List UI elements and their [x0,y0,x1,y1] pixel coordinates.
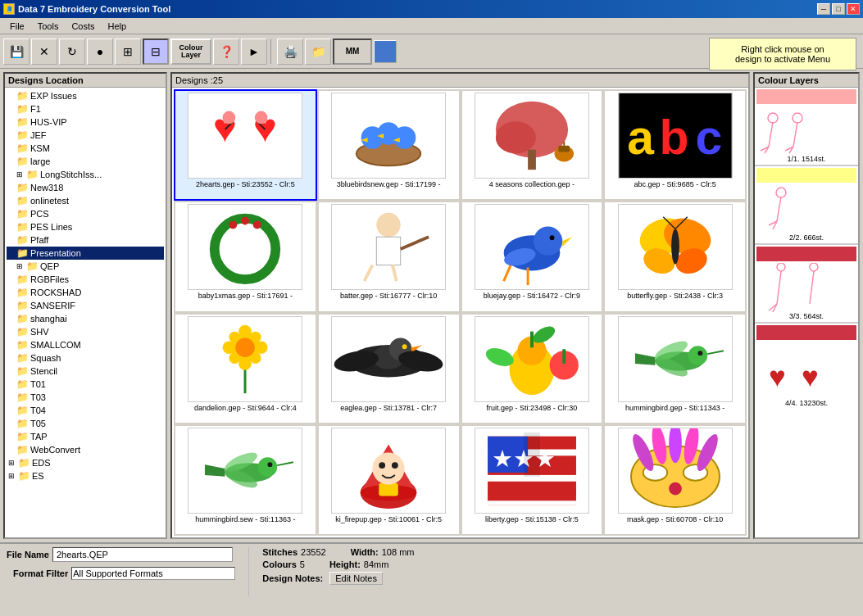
tree-item-rgbfiles[interactable]: 📁 RGBFiles [7,273,164,286]
tree-item-pcs[interactable]: 📁 PCS [7,207,164,220]
folder-icon: 📁 [16,195,29,206]
folder-icon: 📁 [16,352,29,364]
tree-item-t04[interactable]: 📁 T04 [7,404,164,417]
dot-button[interactable]: ● [87,38,113,65]
maximize-button[interactable]: □ [832,3,845,15]
tree-item-t05[interactable]: 📁 T05 [7,417,164,430]
design-item-mask[interactable]: mask.gep - Sti:60708 - Clr:10 [603,424,747,536]
designs-grid[interactable]: ♥ ♥ 2hearts.gep - Sti:23552 - Clr:5 [172,88,748,537]
minimize-button[interactable]: ─ [817,3,830,15]
layer-item-1[interactable]: 1/1. 1514st. [755,88,858,166]
design-item-eaglea[interactable]: eaglea.gep - Sti:13781 - Clr:7 [317,313,461,424]
design-item-butterfly[interactable]: butterfly.gep - Sti:2438 - Clr:3 [603,201,747,312]
layer-label-4: 4/4. 13230st. [756,399,856,407]
large-grid-button[interactable]: ⊟ [143,38,169,65]
help-button[interactable]: ❓ [213,38,239,65]
tree-item-stencil[interactable]: 📁 Stencil [7,365,164,378]
tree-item-webconvert[interactable]: 📁 WebConvert [7,443,164,456]
tree-item-shanghai[interactable]: 📁 shanghai [7,312,164,325]
design-item-hummingbird1[interactable]: hummingbird.gep - Sti:11343 - [603,313,747,424]
menu-file[interactable]: File [3,20,31,33]
svg-text:♥: ♥ [769,360,786,392]
design-item-hummingbird-sew[interactable]: hummingbird.sew - Sti:11363 - [174,424,317,536]
tree-item-pfaff[interactable]: 📁 Pfaff [7,233,164,247]
menu-help[interactable]: Help [102,20,134,33]
design-item-4seasons[interactable]: 4 seasons collection.gep - [461,89,604,201]
design-label: bluejay.gep - Sti:16472 - Clr:9 [484,292,580,300]
design-item-bluejay[interactable]: bluejay.gep - Sti:16472 - Clr:9 [461,201,604,312]
format-filter-select[interactable]: All Supported Formats QEP GEP SEW PES JE… [71,567,235,580]
expander-icon: ⊞ [16,170,25,179]
save-button[interactable]: 💾 [3,38,30,65]
file-name-input[interactable] [52,547,233,562]
design-item-3bluebirds[interactable]: 3bluebirdsnew.gep - Sti:17199 - [317,89,461,201]
tree-item-presentation[interactable]: 📁 Presentation [7,247,164,260]
tree-label: PCS [30,209,49,219]
tree-item-longstitch[interactable]: ⊞ 📁 LongStitchIss... [7,168,164,181]
tree-item-new318[interactable]: 📁 New318 [7,181,164,194]
tree-item-t03[interactable]: 📁 T03 [7,391,164,404]
svg-point-87 [697,351,702,356]
tree-item-es[interactable]: ⊞ 📁 ES [7,469,164,482]
menu-tools[interactable]: Tools [31,20,66,33]
design-item-firepup[interactable]: ki_firepup.gep - Sti:10061 - Clr:5 [317,424,461,536]
layer-color-bar-2 [756,168,856,183]
tree-container[interactable]: 📁 EXP Issues 📁 F1 📁 HUS-VIP 📁 JEF 📁 KSM … [5,88,166,537]
layer-color-bar-4 [756,325,856,340]
tree-label: WebConvert [30,445,80,455]
tree-item-exp-issues[interactable]: 📁 EXP Issues [7,89,164,102]
tree-item-ksm[interactable]: 📁 KSM [7,142,164,155]
tree-item-t01[interactable]: 📁 T01 [7,378,164,391]
design-item-2hearts[interactable]: ♥ ♥ 2hearts.gep - Sti:23552 - Clr:5 [174,89,317,201]
close-file-button[interactable]: ✕ [31,38,57,65]
svg-point-28 [225,229,266,270]
tree-item-large[interactable]: 📁 large [7,155,164,168]
blue-square-button[interactable] [374,40,397,63]
design-item-abc[interactable]: a b c abc.gep - Sti:9685 - Clr:5 [603,89,747,201]
design-item-batter[interactable]: batter.gep - Sti:16777 - Clr:10 [317,201,461,312]
tree-item-f1[interactable]: 📁 F1 [7,102,164,116]
convert-button[interactable]: 📁 [305,38,331,65]
left-panel: Designs Location 📁 EXP Issues 📁 F1 📁 HUS… [3,72,167,539]
design-thumbnail [475,93,589,179]
svg-point-104 [373,452,405,484]
print-button[interactable]: 🖨️ [277,38,303,65]
tree-item-rockshad[interactable]: 📁 ROCKSHAD [7,286,164,299]
design-item-fruit[interactable]: fruit.gep - Sti:23498 - Clr:30 [461,313,604,424]
tree-item-hus-vip[interactable]: 📁 HUS-VIP [7,116,164,129]
tree-item-shv[interactable]: 📁 SHV [7,325,164,338]
tree-item-onlinetest[interactable]: 📁 onlinetest [7,194,164,207]
refresh-button[interactable]: ↻ [59,38,85,65]
small-grid-button[interactable]: ⊞ [115,38,141,65]
svg-text:c: c [695,111,722,164]
tree-item-smallcom[interactable]: 📁 SMALLCOM [7,338,164,351]
tree-item-sanserif[interactable]: 📁 SANSERIF [7,299,164,312]
titlebar-left: 🧵 Data 7 Embroidery Conversion Tool [3,3,170,15]
layer-item-2[interactable]: 2/2. 666st. [755,166,858,245]
tree-item-eds[interactable]: ⊞ 📁 EDS [7,456,164,469]
tree-label: Pfaff [30,235,48,245]
close-button[interactable]: ✕ [847,3,860,15]
layer-item-3[interactable]: 3/3. 564st. [755,245,858,324]
svg-point-6 [255,111,268,125]
design-item-liberty[interactable]: ★★★ liberty.gep - Sti:15138 - Clr:5 [461,424,604,536]
width-value: 108 mm [382,547,415,557]
colour-layer-button[interactable]: Colour Layer [170,38,211,65]
colours-value: 5 [300,559,305,569]
tree-item-squash[interactable]: 📁 Squash [7,351,164,365]
design-thumbnail: a b c [618,93,733,179]
svg-rect-78 [530,331,534,347]
menu-costs[interactable]: Costs [65,20,101,33]
layer-item-4[interactable]: ♥ ♥ 4/4. 13230st. [755,324,858,409]
tree-label: F1 [30,104,41,114]
tree-item-tap[interactable]: 📁 TAP [7,430,164,443]
edit-notes-button[interactable]: Edit Notes [329,572,383,585]
layers-container[interactable]: 1/1. 1514st. 2/2. 666st. [755,88,858,537]
titlebar: 🧵 Data 7 Embroidery Conversion Tool ─ □ … [0,0,863,18]
design-item-baby1xmas[interactable]: baby1xmas.gep - Sti:17691 - [174,201,317,312]
arrow-button[interactable]: ► [241,38,267,65]
design-item-dandelion[interactable]: dandelion.gep - Sti:9644 - Clr:4 [174,313,317,424]
tree-item-qep[interactable]: ⊞ 📁 QEP [7,260,164,273]
tree-item-pes-lines[interactable]: 📁 PES Lines [7,220,164,233]
tree-item-jef[interactable]: 📁 JEF [7,129,164,142]
